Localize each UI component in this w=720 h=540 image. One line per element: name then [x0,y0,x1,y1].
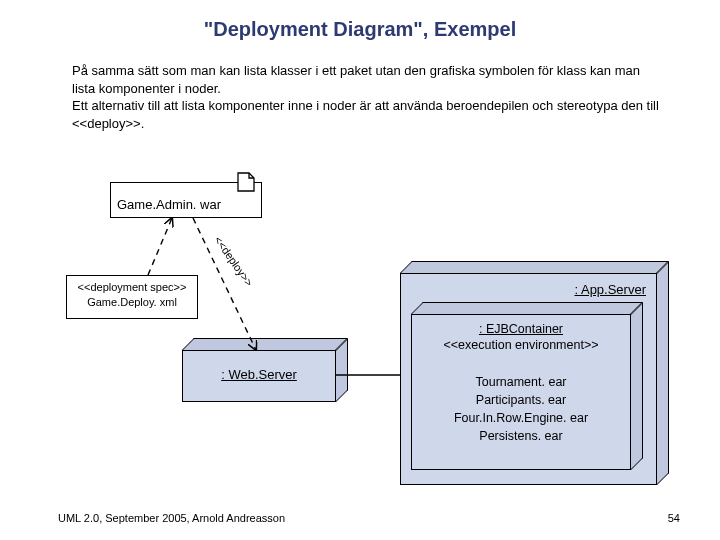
node-ejbcontainer: : EJBContainer <<execution environment>>… [411,314,631,470]
deployspec-stereotype: <<deployment spec>> [67,280,197,295]
artifact-label: Game.Admin. war [117,197,221,212]
body-text: På samma sätt som man kan lista klasser … [72,62,662,132]
footer-page: 54 [668,512,680,524]
ejb-name: : EJBContainer [479,322,563,336]
node-appserver: : App.Server : EJBContainer <<execution … [400,273,657,485]
ear-item: Four.In.Row.Engine. ear [412,409,630,427]
ejb-label: : EJBContainer <<execution environment>> [412,321,630,354]
deploy-edge-label: <<deploy>> [212,234,255,288]
slide-title: "Deployment Diagram", Exempel [0,18,720,41]
deployspec-name: Game.Deploy. xml [67,295,197,310]
ear-item: Persistens. ear [412,427,630,445]
ear-item: Participants. ear [412,391,630,409]
ejb-components: Tournament. ear Participants. ear Four.I… [412,373,630,446]
edge-spec-to-artifact [148,218,172,275]
footer-left: UML 2.0, September 2005, Arnold Andreass… [58,512,285,524]
webserver-label: : Web.Server [183,367,335,382]
node-webserver: : Web.Server [182,350,336,402]
paragraph-1: På samma sätt som man kan lista klasser … [72,63,640,96]
artifact-gameadmin: Game.Admin. war [110,182,262,218]
deployment-spec: <<deployment spec>> Game.Deploy. xml [66,275,198,319]
appserver-label: : App.Server [574,282,646,297]
paragraph-2: Ett alternativ till att lista komponente… [72,98,659,131]
document-icon [237,172,255,192]
ejb-stereotype: <<execution environment>> [444,338,599,352]
ear-item: Tournament. ear [412,373,630,391]
